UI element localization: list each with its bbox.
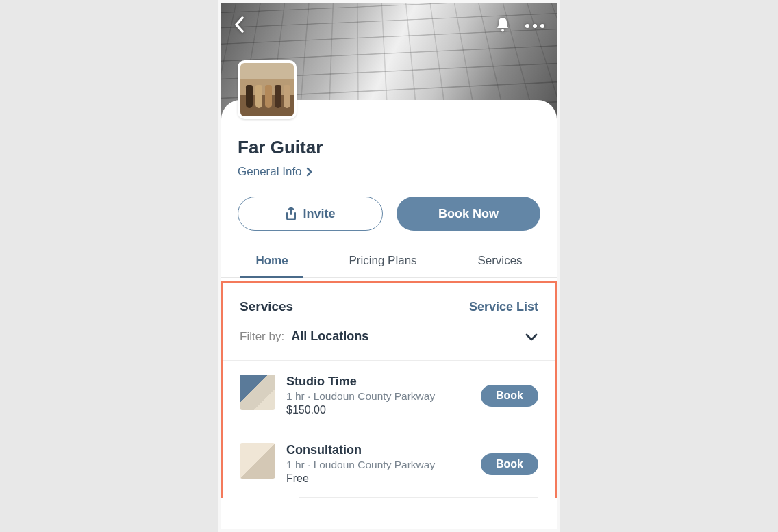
filter-value: All Locations [291,329,368,344]
service-row[interactable]: Studio Time 1 hr · Loudoun County Parkwa… [223,361,555,429]
share-icon [285,207,297,220]
service-list-link[interactable]: Service List [469,300,538,314]
book-now-label: Book Now [438,207,499,221]
service-price: $150.00 [286,404,470,416]
filter-label: Filter by: [240,330,284,344]
service-thumbnail [240,443,275,479]
service-thumbnail [240,375,275,410]
tab-bar: Home Pricing Plans Services [221,246,557,278]
chevron-right-icon [306,167,313,177]
service-name: Consultation [286,443,470,457]
tab-services[interactable]: Services [472,246,527,277]
services-section-highlight: Services Service List Filter by: All Loc… [221,281,557,498]
service-name: Studio Time [286,375,470,389]
svg-point-0 [501,29,504,32]
invite-button[interactable]: Invite [238,197,383,231]
tab-home[interactable]: Home [250,246,293,277]
profile-card: Far Guitar General Info Invite Book Now [221,100,557,498]
more-icon[interactable] [525,24,544,28]
service-price: Free [286,472,470,485]
tab-pricing-plans[interactable]: Pricing Plans [343,246,422,277]
page-canvas: Far Guitar General Info Invite Book Now [218,0,560,532]
chevron-down-icon [525,333,538,341]
device-screen: Far Guitar General Info Invite Book Now [221,3,557,529]
service-meta: 1 hr · Loudoun County Parkway [286,390,470,403]
general-info-label: General Info [238,165,302,179]
service-row[interactable]: Consultation 1 hr · Loudoun County Parkw… [223,429,555,497]
general-info-link[interactable]: General Info [238,165,313,179]
page-title: Far Guitar [238,137,540,158]
divider [299,497,538,498]
book-now-button[interactable]: Book Now [397,197,540,231]
bell-icon[interactable] [495,16,510,36]
book-button[interactable]: Book [481,453,538,475]
filter-dropdown[interactable]: Filter by: All Locations [223,321,555,361]
invite-label: Invite [303,207,335,221]
avatar[interactable] [238,60,297,119]
book-button[interactable]: Book [481,385,538,407]
back-icon[interactable] [234,15,246,37]
services-heading: Services [240,299,293,314]
service-meta: 1 hr · Loudoun County Parkway [286,459,470,471]
